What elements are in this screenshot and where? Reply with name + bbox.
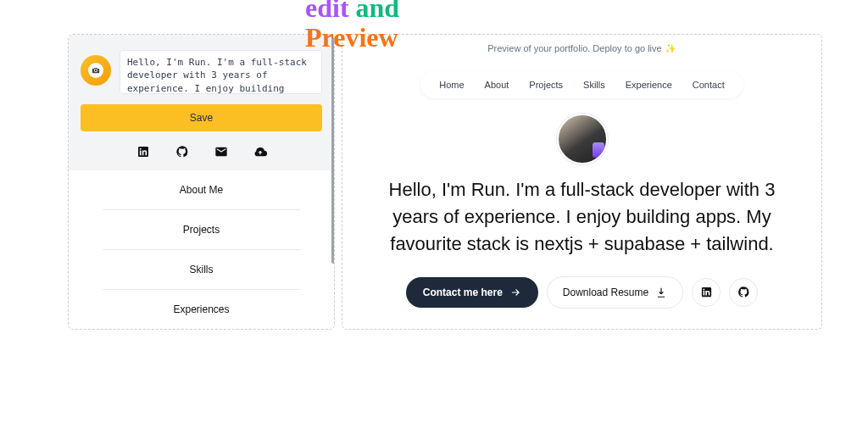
nav-home[interactable]: Home <box>439 80 464 90</box>
preview-banner: Preview of your portfolio. Deploy to go … <box>342 35 821 66</box>
contact-button[interactable]: Contact me here <box>406 277 538 308</box>
nav-experience[interactable]: Experience <box>626 80 672 90</box>
save-button[interactable]: Save <box>81 104 322 131</box>
cloud-download-icon[interactable] <box>253 145 267 159</box>
avatar <box>557 114 608 164</box>
sections-list: About Me Projects Skills Experiences <box>69 170 334 329</box>
bio-input[interactable] <box>120 50 322 94</box>
nav-about[interactable]: About <box>485 80 509 90</box>
hero-text: Hello, I'm Run. I'm a full-stack develop… <box>342 176 821 258</box>
nav-bar: Home About Projects Skills Experience Co… <box>420 71 743 98</box>
editor-panel: Save About Me Projects Skills Experience… <box>68 34 335 330</box>
download-resume-button[interactable]: Download Resume <box>547 276 683 309</box>
arrow-right-icon <box>509 287 521 298</box>
resume-button-label: Download Resume <box>563 287 648 298</box>
section-item-about[interactable]: About Me <box>103 170 300 210</box>
camera-icon <box>88 63 103 78</box>
nav-skills[interactable]: Skills <box>583 80 605 90</box>
linkedin-button[interactable] <box>692 278 721 307</box>
email-icon[interactable] <box>214 145 228 159</box>
nav-contact[interactable]: Contact <box>693 80 725 90</box>
section-item-skills[interactable]: Skills <box>103 250 300 290</box>
section-item-projects[interactable]: Projects <box>103 210 300 250</box>
linkedin-icon <box>700 286 713 298</box>
contact-button-label: Contact me here <box>423 287 503 298</box>
github-icon[interactable] <box>175 145 189 159</box>
linkedin-icon[interactable] <box>136 145 150 159</box>
download-icon <box>655 287 667 298</box>
scrollbar[interactable] <box>331 35 335 264</box>
preview-panel: Preview of your portfolio. Deploy to go … <box>342 34 822 330</box>
avatar-upload[interactable] <box>81 55 111 86</box>
section-item-experiences[interactable]: Experiences <box>103 290 300 329</box>
nav-projects[interactable]: Projects <box>529 80 563 90</box>
github-icon <box>737 286 750 298</box>
github-button[interactable] <box>729 278 758 307</box>
